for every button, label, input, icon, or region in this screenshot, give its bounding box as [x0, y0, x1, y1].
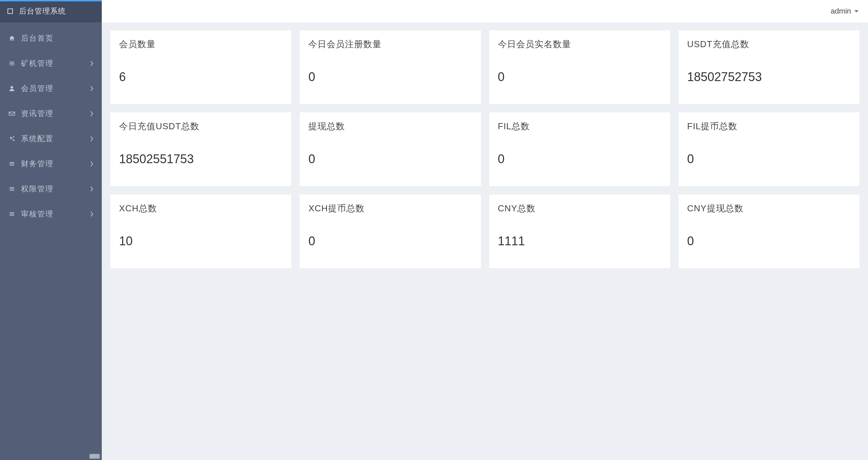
stat-card: FIL提币总数0 — [678, 112, 860, 187]
home-icon — [8, 35, 16, 42]
stat-card-value: 18502752753 — [687, 70, 851, 84]
stat-card-value: 0 — [687, 234, 851, 248]
chevron-right-icon — [90, 111, 94, 116]
stat-card-title: FIL总数 — [498, 120, 661, 132]
stat-card-title: 会员数量 — [119, 38, 283, 50]
sidebar-header: 后台管理系统 — [0, 0, 102, 22]
sidebar-item-label: 资讯管理 — [21, 109, 90, 119]
sidebar-item-label: 财务管理 — [21, 159, 90, 169]
app-logo-icon — [7, 8, 13, 14]
sidebar-item-label: 矿机管理 — [21, 58, 90, 69]
stat-card: 今日会员实名数量0 — [489, 30, 671, 104]
stat-card: XCH提币总数0 — [299, 194, 481, 269]
stat-card-value: 6 — [119, 70, 283, 84]
sidebar-nav: 后台首页矿机管理会员管理资讯管理系统配置财务管理权限管理审核管理 — [0, 22, 102, 227]
scrollbar-handle[interactable] — [90, 454, 100, 459]
stat-card-value: 1111 — [498, 234, 661, 248]
envelope-icon — [8, 111, 16, 116]
bars-icon — [8, 186, 16, 192]
stat-card-value: 0 — [498, 70, 661, 84]
main-area: admin 会员数量6今日会员注册数量0今日会员实名数量0USDT充值总数185… — [102, 0, 868, 460]
sidebar-item-label: 权限管理 — [21, 184, 90, 194]
stat-card-title: 今日会员注册数量 — [308, 38, 472, 50]
sidebar-item-2[interactable]: 会员管理 — [0, 76, 102, 101]
stat-card-title: 提现总数 — [308, 120, 472, 132]
user-menu[interactable]: admin — [831, 7, 859, 16]
sidebar-item-label: 审核管理 — [21, 209, 90, 219]
dashboard-cards: 会员数量6今日会员注册数量0今日会员实名数量0USDT充值总数185027527… — [110, 30, 860, 269]
sidebar-item-0[interactable]: 后台首页 — [0, 26, 102, 51]
stat-card-value: 0 — [308, 70, 472, 84]
stat-card-value: 18502551753 — [119, 152, 283, 166]
bars-icon — [8, 161, 16, 167]
sidebar: 后台管理系统 后台首页矿机管理会员管理资讯管理系统配置财务管理权限管理审核管理 — [0, 0, 102, 460]
chevron-right-icon — [90, 86, 94, 91]
stat-card-title: CNY总数 — [498, 203, 661, 214]
content: 会员数量6今日会员注册数量0今日会员实名数量0USDT充值总数185027527… — [102, 22, 868, 460]
chevron-right-icon — [90, 161, 94, 167]
chevron-right-icon — [90, 61, 94, 66]
stat-card-title: XCH总数 — [119, 203, 283, 214]
stat-card: XCH总数10 — [110, 194, 292, 269]
chevron-right-icon — [90, 211, 94, 217]
chevron-right-icon — [90, 186, 94, 192]
sidebar-item-5[interactable]: 财务管理 — [0, 151, 102, 176]
sidebar-item-3[interactable]: 资讯管理 — [0, 101, 102, 126]
stat-card-title: FIL提币总数 — [687, 120, 851, 132]
sidebar-item-label: 系统配置 — [21, 134, 90, 144]
stat-card: USDT充值总数18502752753 — [678, 30, 860, 104]
sidebar-item-1[interactable]: 矿机管理 — [0, 51, 102, 76]
user-icon — [8, 85, 16, 92]
stat-card-value: 0 — [308, 234, 472, 248]
sidebar-item-label: 后台首页 — [21, 33, 94, 43]
user-label: admin — [831, 7, 851, 16]
stat-card: CNY提现总数0 — [678, 194, 860, 269]
stat-card: 今日充值USDT总数18502551753 — [110, 112, 292, 187]
stat-card: 今日会员注册数量0 — [299, 30, 481, 104]
topbar: admin — [102, 0, 868, 22]
stat-card-title: 今日充值USDT总数 — [119, 120, 283, 132]
cogs-icon — [8, 135, 16, 142]
sidebar-item-7[interactable]: 审核管理 — [0, 202, 102, 227]
sidebar-item-label: 会员管理 — [21, 83, 90, 94]
stat-card: 会员数量6 — [110, 30, 292, 104]
stat-card-value: 0 — [498, 152, 661, 166]
chevron-right-icon — [90, 136, 94, 141]
caret-down-icon — [854, 10, 859, 13]
stat-card-title: XCH提币总数 — [308, 203, 472, 214]
stat-card-value: 0 — [308, 152, 472, 166]
app-title: 后台管理系统 — [19, 6, 66, 16]
stat-card-title: USDT充值总数 — [687, 38, 851, 50]
stat-card: FIL总数0 — [489, 112, 671, 187]
bars-icon — [8, 211, 16, 217]
sidebar-item-4[interactable]: 系统配置 — [0, 126, 102, 151]
stat-card-value: 10 — [119, 234, 283, 248]
stat-card-value: 0 — [687, 152, 851, 166]
bars-icon — [8, 60, 16, 66]
stat-card-title: CNY提现总数 — [687, 203, 851, 214]
stat-card-title: 今日会员实名数量 — [498, 38, 661, 50]
sidebar-item-6[interactable]: 权限管理 — [0, 176, 102, 202]
stat-card: 提现总数0 — [299, 112, 481, 187]
stat-card: CNY总数1111 — [489, 194, 671, 269]
